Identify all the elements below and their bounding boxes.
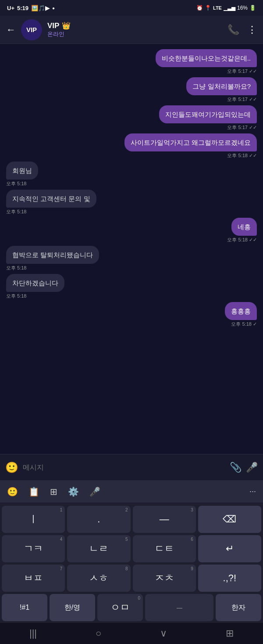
kb-key-0-0[interactable]: 1ㅣ <box>2 506 65 533</box>
kb-key-label: ㅅㅎ <box>89 572 108 585</box>
message-time: 오후 5:18 ✓✓ <box>227 237 257 243</box>
kb-key-0-3[interactable]: ⌫ <box>198 506 261 533</box>
header-info: VIP 👑 온라인 <box>47 22 227 38</box>
message-bubble: 협박으로 탈퇴처리됐습니다오후 5:18 <box>6 246 257 271</box>
keyboard-row-1: 4ㄱㅋ5ㄴㄹ6ㄷㅌ↵ <box>2 535 261 562</box>
keyboard-row-2: 7ㅂㅍ8ㅅㅎ9ㅈㅊ.,?! <box>2 565 261 592</box>
received-bubble: 지속적인 고객센터 문의 및 <box>6 190 96 208</box>
avatar: VIP <box>21 19 42 40</box>
call-button[interactable]: 📞 <box>227 24 239 36</box>
sent-bubble: 사이트가일억가지고 왜그럴까모르겠네요 <box>124 133 257 151</box>
nav-home-button[interactable]: ○ <box>96 628 101 639</box>
sent-bubble: 그냥 일처리볼까요? <box>186 77 257 95</box>
kb-key-label: 한자 <box>231 603 245 612</box>
status-left: U+ 5:19 🖼️🎵▶ ● <box>7 5 55 11</box>
kb-key-1-2[interactable]: 6ㄷㅌ <box>133 535 196 562</box>
header-actions: 📞 ⋮ <box>227 24 257 36</box>
carrier-label: U+ <box>7 5 14 11</box>
kb-key-label: ㄷㅌ <box>155 542 174 555</box>
crown-icon: 👑 <box>62 22 71 30</box>
sent-bubble: 흥흥흥 <box>225 302 257 320</box>
more-tool-button[interactable]: ··· <box>249 487 256 496</box>
kb-key-0-2[interactable]: 3— <box>133 506 196 533</box>
nav-back-button[interactable]: ||| <box>29 628 37 639</box>
battery-icon: 🔋 <box>249 5 256 11</box>
kb-key-2-0[interactable]: 7ㅂㅍ <box>2 565 65 592</box>
signal-icon: ▁▃▅ <box>224 5 235 11</box>
status-bar: U+ 5:19 🖼️🎵▶ ● ⏰ 📍 LTE ▁▃▅ 16% 🔋 <box>0 0 263 16</box>
location-icon: 📍 <box>205 5 211 11</box>
kb-key-3-0[interactable]: !#1 <box>2 594 47 621</box>
dot-icon: ● <box>52 6 55 11</box>
kb-key-label: ↵ <box>226 543 234 554</box>
sent-bubble: 네흥 <box>231 218 257 236</box>
message-time: 오후 5:18 ✓✓ <box>227 152 257 159</box>
message-time: 오후 5:17 ✓✓ <box>227 96 257 103</box>
message-bubble: 그냥 일처리볼까요?오후 5:17 ✓✓ <box>6 77 257 103</box>
lte-label: LTE <box>213 5 222 11</box>
emoji-tool-button[interactable]: 🙂 <box>7 486 18 497</box>
grid-tool-button[interactable]: ⊞ <box>50 486 57 497</box>
mic-button[interactable]: 🎤 <box>246 462 258 473</box>
kb-key-label: ㅂㅍ <box>24 572 43 585</box>
message-time: 오후 5:18 <box>6 180 26 187</box>
sent-bubble: 비슷한분들이나오는것같은데.. <box>156 49 257 67</box>
sent-bubble: 지인들도꽤여기가입되있는데 <box>159 105 257 123</box>
alarm-icon: ⏰ <box>196 5 203 11</box>
message-time: 오후 5:17 ✓✓ <box>227 124 257 131</box>
mic-tool-button[interactable]: 🎤 <box>89 486 100 497</box>
kb-key-label: !#1 <box>20 604 29 612</box>
kb-key-1-1[interactable]: 5ㄴㄹ <box>67 535 130 562</box>
settings-tool-button[interactable]: ⚙️ <box>68 486 79 497</box>
more-button[interactable]: ⋮ <box>247 24 257 36</box>
message-bubble: 네흥오후 5:18 ✓✓ <box>6 218 257 243</box>
kb-key-2-1[interactable]: 8ㅅㅎ <box>67 565 130 592</box>
kb-key-label: ㄴㄹ <box>89 542 108 555</box>
kb-key-label: ⌫ <box>223 514 236 525</box>
notification-icons: 🖼️🎵▶ <box>31 5 50 11</box>
kb-key-label: ㅇㅁ <box>110 601 130 614</box>
emoji-button[interactable]: 🙂 <box>5 461 18 474</box>
kb-key-label: . <box>97 514 100 525</box>
received-bubble: 차단하겠습니다 <box>6 274 64 292</box>
kb-key-label: — <box>160 514 169 525</box>
kb-key-label: ㄱㅋ <box>24 542 43 555</box>
message-time: 오후 5:18 <box>6 209 26 215</box>
keyboard-row-3: !#1한/영0ㅇㅁ⸻한자 <box>2 594 261 621</box>
message-time: 오후 5:18 ✓ <box>231 321 257 327</box>
kb-key-3-1[interactable]: 한/영 <box>50 594 95 621</box>
back-button[interactable]: ← <box>6 24 16 36</box>
kb-key-label: ⸻ <box>176 604 182 611</box>
kb-key-0-1[interactable]: 2. <box>67 506 130 533</box>
kb-key-1-0[interactable]: 4ㄱㅋ <box>2 535 65 562</box>
message-bubble: 흥흥흥오후 5:18 ✓ <box>6 302 257 327</box>
kb-key-3-4[interactable]: 한자 <box>216 594 261 621</box>
message-time: 오후 5:18 <box>6 293 26 299</box>
chat-area: 비슷한분들이나오는것같은데.. 오후 5:17 ✓✓그냥 일처리볼까요?오후 5… <box>0 44 263 454</box>
message-bubble: 차단하겠습니다오후 5:18 <box>6 274 257 299</box>
kb-key-label: 한/영 <box>64 603 80 612</box>
battery-label: 16% <box>237 5 248 11</box>
kb-key-label: ㅈㅊ <box>155 572 174 585</box>
clipboard-tool-button[interactable]: 📋 <box>28 486 39 497</box>
nav-keyboard-button[interactable]: ⊞ <box>226 628 234 639</box>
kb-key-1-3[interactable]: ↵ <box>198 535 261 562</box>
kb-key-3-3[interactable]: ⸻ <box>145 594 213 621</box>
message-time: 오후 5:18 <box>6 265 26 271</box>
kb-key-2-2[interactable]: 9ㅈㅊ <box>133 565 196 592</box>
status-right: ⏰ 📍 LTE ▁▃▅ 16% 🔋 <box>196 5 256 11</box>
kb-key-3-2[interactable]: 0ㅇㅁ <box>97 594 143 621</box>
message-bubble: 사이트가일억가지고 왜그럴까모르겠네요오후 5:18 ✓✓ <box>6 133 257 159</box>
message-bubble: 회원님오후 5:18 <box>6 162 257 187</box>
kb-key-label: ㅣ <box>28 513 38 526</box>
message-input[interactable] <box>23 464 225 471</box>
message-bubble: 지인들도꽤여기가입되있는데오후 5:17 ✓✓ <box>6 105 257 131</box>
time-label: 5:19 <box>17 5 28 11</box>
nav-recent-button[interactable]: ∨ <box>160 628 167 639</box>
keyboard-row-0: 1ㅣ2.3—⌫ <box>2 506 261 533</box>
received-bubble: 회원님 <box>6 162 38 180</box>
input-bar: 🙂 📎 🎤 <box>0 454 263 480</box>
kb-key-2-3[interactable]: .,?! <box>198 565 261 592</box>
keyboard-toolbar: 🙂 📋 ⊞ ⚙️ 🎤 ··· <box>0 480 263 503</box>
attach-button[interactable]: 📎 <box>230 462 242 473</box>
